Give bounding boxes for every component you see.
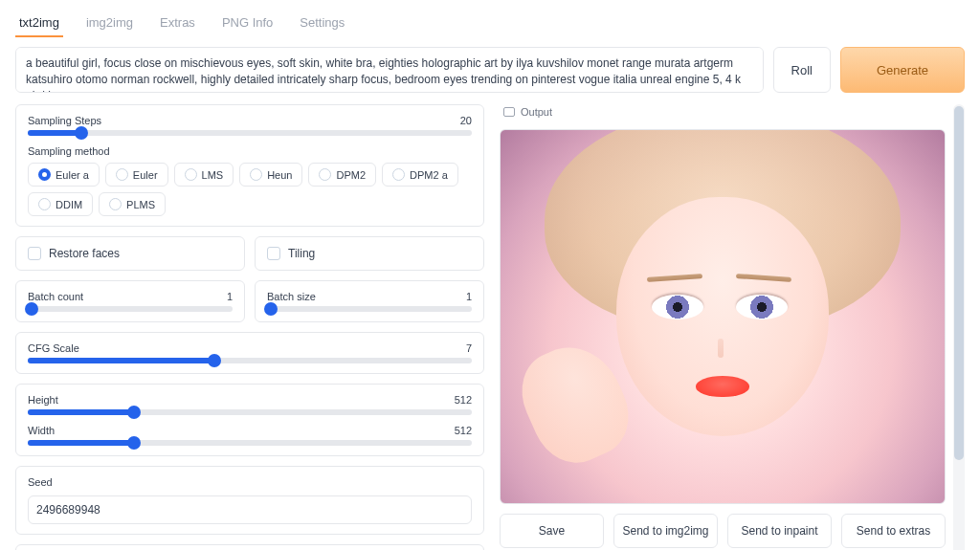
sampler-label: Euler a — [56, 169, 89, 181]
radio-icon — [38, 168, 51, 181]
output-column: Output Save Send to img2img Send to inpa… — [500, 104, 965, 550]
tab-png-info[interactable]: PNG Info — [218, 10, 277, 37]
radio-icon — [185, 168, 197, 181]
script-panel: Script None ⌄ — [15, 544, 484, 550]
sampler-lms[interactable]: LMS — [174, 163, 234, 187]
radio-icon — [392, 168, 405, 181]
sampler-label: LMS — [202, 169, 224, 181]
sampling-method-options: Euler a Euler LMS Heun DPM2 DPM2 a DDIM … — [28, 163, 472, 216]
sampler-label: Euler — [133, 169, 158, 181]
top-row: Roll Generate — [15, 47, 965, 93]
checkbox-icon — [267, 247, 280, 260]
sampler-label: DPM2 a — [410, 169, 448, 181]
radio-icon — [109, 198, 122, 210]
radio-icon — [38, 198, 51, 210]
cfg-scale-panel: CFG Scale 7 — [15, 332, 484, 374]
sampling-steps-slider[interactable] — [28, 130, 472, 136]
sampling-steps-value: 20 — [460, 115, 472, 126]
save-button[interactable]: Save — [500, 514, 604, 548]
tab-settings[interactable]: Settings — [296, 10, 348, 37]
cfg-scale-value: 7 — [466, 342, 472, 354]
sampling-method-label: Sampling method — [28, 145, 472, 157]
send-img2img-button[interactable]: Send to img2img — [613, 514, 718, 548]
sampler-label: Heun — [267, 169, 292, 181]
batch-size-label: Batch size — [267, 291, 316, 302]
sampler-label: DPM2 — [336, 169, 366, 181]
seed-panel: Seed — [15, 466, 484, 535]
batch-count-panel: Batch count 1 — [15, 280, 245, 322]
sampler-euler-a[interactable]: Euler a — [28, 163, 100, 187]
sampler-dpm2[interactable]: DPM2 — [308, 163, 376, 187]
radio-icon — [250, 168, 262, 181]
scrollbar[interactable] — [953, 104, 965, 550]
radio-icon — [319, 168, 331, 181]
dims-panel: Height 512 Width 512 — [15, 384, 484, 456]
tabs: txt2img img2img Extras PNG Info Settings — [15, 10, 965, 37]
send-extras-button[interactable]: Send to extras — [841, 514, 946, 548]
height-label: Height — [28, 394, 58, 406]
height-value: 512 — [455, 394, 472, 406]
batch-size-slider[interactable] — [267, 306, 472, 312]
prompt-input[interactable] — [15, 47, 764, 93]
sampler-label: PLMS — [126, 199, 155, 210]
main: Sampling Steps 20 Sampling method Euler … — [15, 104, 965, 550]
batch-size-panel: Batch size 1 — [255, 280, 484, 322]
checkbox-icon — [28, 247, 41, 260]
tab-txt2img[interactable]: txt2img — [15, 10, 63, 37]
send-inpaint-button[interactable]: Send to inpaint — [727, 514, 832, 548]
sampler-label: DDIM — [56, 199, 82, 210]
output-label: Output — [521, 106, 552, 118]
cfg-scale-label: CFG Scale — [28, 342, 79, 354]
restore-faces-checkbox[interactable]: Restore faces — [15, 236, 245, 271]
image-icon — [503, 107, 515, 117]
sampler-plms[interactable]: PLMS — [99, 192, 166, 216]
sampler-ddim[interactable]: DDIM — [28, 192, 93, 216]
sampling-steps-row: Sampling Steps 20 — [28, 115, 472, 136]
width-slider[interactable] — [28, 440, 472, 446]
seed-label: Seed — [28, 476, 472, 488]
height-slider[interactable] — [28, 409, 472, 415]
tab-img2img[interactable]: img2img — [82, 10, 137, 37]
roll-button[interactable]: Roll — [773, 47, 831, 93]
batch-count-slider[interactable] — [28, 306, 233, 312]
batch-count-value: 1 — [227, 291, 233, 302]
sampler-heun[interactable]: Heun — [239, 163, 302, 187]
generate-button[interactable]: Generate — [840, 47, 965, 93]
tiling-label: Tiling — [288, 247, 315, 260]
batch-size-value: 1 — [466, 291, 472, 302]
action-row: Save Send to img2img Send to inpaint Sen… — [500, 514, 946, 548]
seed-input[interactable] — [28, 495, 472, 524]
scroll-thumb[interactable] — [954, 106, 964, 460]
sampling-steps-label: Sampling Steps — [28, 115, 101, 126]
sampler-euler[interactable]: Euler — [105, 163, 168, 187]
tiling-checkbox[interactable]: Tiling — [255, 236, 484, 271]
radio-icon — [116, 168, 128, 181]
sampler-dpm2a[interactable]: DPM2 a — [382, 163, 458, 187]
cfg-scale-slider[interactable] — [28, 358, 472, 363]
tab-extras[interactable]: Extras — [156, 10, 199, 37]
output-header: Output — [500, 104, 946, 120]
restore-faces-label: Restore faces — [49, 247, 120, 260]
output-image[interactable] — [500, 129, 946, 504]
batch-count-label: Batch count — [28, 291, 83, 302]
settings-column: Sampling Steps 20 Sampling method Euler … — [15, 104, 484, 550]
sampling-panel: Sampling Steps 20 Sampling method Euler … — [15, 104, 484, 227]
width-value: 512 — [455, 425, 472, 436]
width-label: Width — [28, 425, 55, 436]
